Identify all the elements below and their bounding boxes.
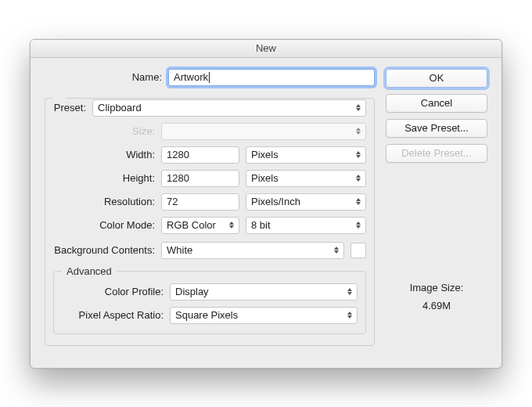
color-mode-value: RGB Color: [167, 219, 216, 231]
image-size-label: Image Size:: [386, 279, 487, 297]
delete-preset-button: Delete Preset...: [386, 144, 487, 163]
updown-icon: [353, 219, 364, 232]
preset-label: Preset:: [53, 102, 92, 113]
resolution-label: Resolution:: [53, 196, 161, 207]
color-profile-label: Color Profile:: [62, 286, 170, 297]
size-label: Size:: [53, 125, 161, 137]
updown-icon: [331, 244, 342, 257]
save-preset-button[interactable]: Save Preset...: [386, 119, 487, 138]
window-titlebar: New: [31, 40, 501, 58]
size-select: [161, 123, 366, 140]
image-size-value: 4.69M: [386, 297, 487, 315]
color-depth-select[interactable]: 8 bit: [246, 217, 366, 234]
resolution-input[interactable]: 72: [161, 193, 239, 211]
image-size-info: Image Size: 4.69M: [386, 279, 487, 315]
name-input[interactable]: Artwork: [168, 69, 375, 86]
height-label: Height:: [53, 172, 161, 184]
new-document-dialog: New Name: Artwork . Preset: Clipboard: [30, 39, 502, 369]
width-label: Width:: [53, 149, 161, 160]
preset-value: Clipboard: [98, 102, 142, 113]
background-contents-label: Background Contents:: [53, 244, 161, 256]
width-unit-value: Pixels: [251, 149, 279, 160]
cancel-button[interactable]: Cancel: [386, 94, 487, 113]
height-input[interactable]: 1280: [161, 170, 239, 187]
advanced-legend: Advanced: [62, 265, 117, 277]
updown-icon: [353, 102, 364, 114]
preset-select[interactable]: Clipboard: [92, 99, 366, 117]
resolution-unit-select[interactable]: Pixels/Inch: [246, 193, 366, 211]
ok-button[interactable]: OK: [386, 69, 487, 88]
name-input-value: Artwork: [174, 71, 208, 83]
height-unit-select[interactable]: Pixels: [246, 170, 366, 187]
preset-group: . Preset: Clipboard Size: W: [45, 92, 375, 346]
background-contents-select[interactable]: White: [161, 242, 344, 259]
resolution-unit-value: Pixels/Inch: [251, 196, 300, 207]
width-value: 1280: [167, 149, 189, 160]
background-color-swatch[interactable]: [350, 243, 366, 258]
height-value: 1280: [167, 172, 189, 184]
width-unit-select[interactable]: Pixels: [246, 146, 366, 164]
text-caret: [209, 72, 210, 83]
updown-icon: [344, 309, 355, 322]
color-profile-value: Display: [175, 286, 209, 297]
color-depth-value: 8 bit: [251, 219, 271, 231]
window-title: New: [256, 42, 276, 54]
width-input[interactable]: 1280: [161, 146, 239, 164]
advanced-group: Advanced Color Profile: Display Pixel As…: [53, 265, 366, 334]
background-contents-value: White: [167, 244, 192, 256]
updown-icon: [226, 219, 237, 232]
height-unit-value: Pixels: [251, 172, 279, 184]
pixel-aspect-ratio-select[interactable]: Square Pixels: [170, 307, 358, 324]
color-mode-label: Color Mode:: [53, 219, 161, 231]
pixel-aspect-ratio-label: Pixel Aspect Ratio:: [62, 309, 170, 321]
updown-icon: [353, 125, 364, 138]
updown-icon: [353, 149, 364, 161]
resolution-value: 72: [167, 196, 178, 207]
updown-icon: [344, 286, 355, 298]
updown-icon: [353, 172, 364, 185]
color-profile-select[interactable]: Display: [170, 283, 358, 301]
color-mode-select[interactable]: RGB Color: [161, 217, 239, 234]
name-label: Name:: [45, 71, 168, 83]
updown-icon: [353, 196, 364, 208]
pixel-aspect-ratio-value: Square Pixels: [175, 309, 238, 321]
